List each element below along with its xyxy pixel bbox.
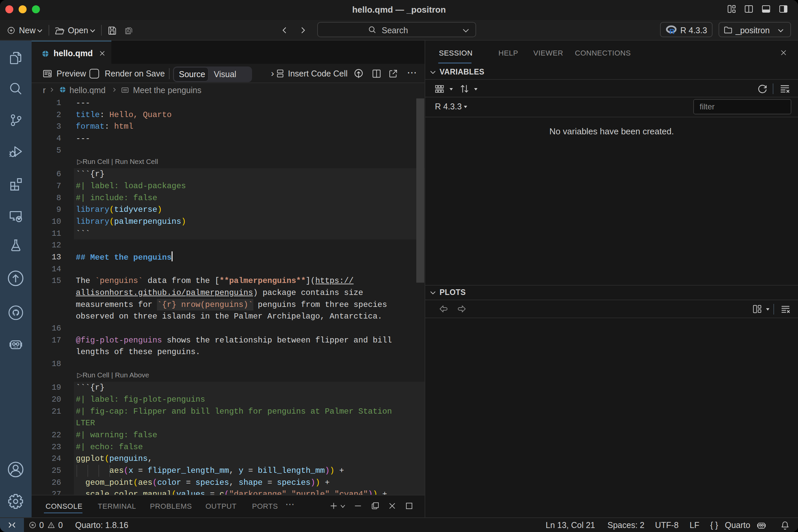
- svg-text:R: R: [669, 27, 674, 35]
